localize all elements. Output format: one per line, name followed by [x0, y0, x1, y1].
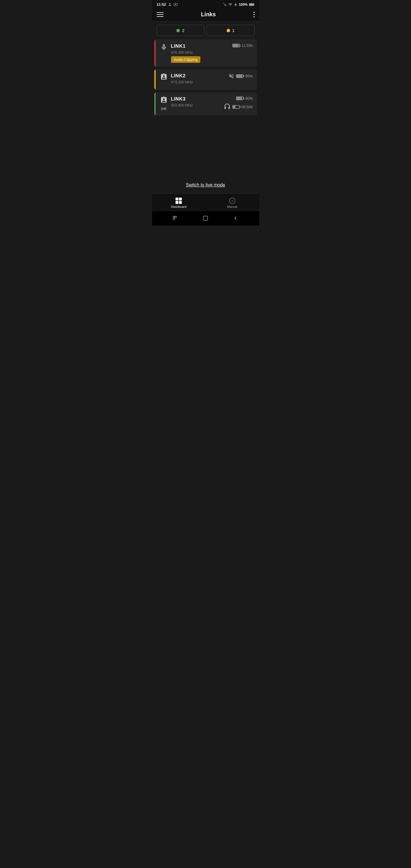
tab-green-count: 2 — [182, 28, 184, 33]
dashboard-label: Dashboard — [171, 205, 186, 209]
menu-button[interactable] — [157, 12, 163, 17]
svg-rect-7 — [173, 216, 175, 218]
clipboard2-icon — [160, 96, 167, 104]
link3-border — [154, 92, 156, 116]
recents-button[interactable] — [171, 214, 180, 222]
time-display: 11:52 — [157, 2, 166, 6]
bottom-navigation: Dashboard Manual — [152, 193, 259, 211]
hamburger-line-2 — [157, 14, 163, 15]
link2-content: LINK2 473.200 MHz — [171, 73, 227, 86]
link3-headphone-row: 05:50h — [224, 103, 253, 110]
airplane-icon — [234, 3, 238, 6]
link3-battery-percent: 90% — [245, 96, 253, 100]
hamburger-line-3 — [157, 16, 163, 17]
bottom-nav-dashboard[interactable]: Dashboard — [152, 196, 206, 210]
hamburger-line-1 — [157, 12, 163, 13]
link3-battery-fill — [236, 97, 242, 100]
link2-right: 95% — [227, 73, 253, 79]
dot-1 — [253, 12, 255, 13]
link1-name: LINK1 — [171, 43, 227, 49]
microphone-icon — [160, 43, 167, 51]
dot-2 — [253, 14, 255, 15]
link1-badge: Audio Clipping — [171, 56, 201, 63]
system-navigation-bar — [152, 211, 259, 225]
tab-yellow-count: 1 — [232, 28, 234, 33]
link1-frequency: 470.200 MHz — [171, 50, 227, 55]
link3-name: LINK3 — [171, 96, 224, 102]
link3-content: LINK3 503.800 MHz — [171, 96, 224, 109]
link2-battery-row: 95% — [229, 73, 253, 79]
top-navigation: Links — [152, 8, 259, 22]
svg-point-2 — [175, 4, 176, 5]
back-button[interactable] — [231, 214, 240, 222]
link3-headphone-battery-text: 05:50h — [242, 105, 253, 109]
tab-green[interactable]: 2 — [157, 25, 204, 36]
link2-icon — [160, 73, 167, 81]
mute-icon — [229, 73, 234, 79]
router-icon — [161, 105, 167, 112]
link3-headphone-battery-icon — [232, 105, 240, 109]
links-list: LINK1 470.200 MHz Audio Clipping 11:55h — [152, 39, 259, 177]
link1-battery-fill — [233, 44, 239, 47]
manual-label: Manual — [227, 205, 238, 209]
green-dot-icon — [177, 29, 180, 32]
link1-battery-text: 11:55h — [242, 43, 253, 48]
svg-rect-5 — [254, 4, 254, 5]
bottom-nav-manual[interactable]: Manual — [205, 196, 259, 210]
live-mode-section: Switch to live mode — [152, 177, 259, 193]
clipboard-icon — [160, 73, 167, 81]
more-options-button[interactable] — [253, 12, 255, 18]
yellow-dot-icon — [227, 29, 230, 32]
home-icon — [203, 215, 208, 221]
link1-battery-icon — [232, 44, 240, 48]
mute-status-icon — [223, 3, 227, 6]
headphone-icon — [224, 103, 231, 110]
link3-icon — [160, 96, 167, 112]
link3-right: 90% 05:50h — [224, 96, 253, 110]
compass-icon — [229, 197, 235, 204]
recents-icon — [173, 215, 179, 221]
link1-icon — [160, 43, 167, 51]
camera-icon — [173, 3, 178, 6]
link2-battery-text: 95% — [245, 74, 253, 78]
status-time: 11:52 — [157, 2, 178, 6]
link1-battery-row: 11:55h — [232, 43, 253, 48]
link2-battery-icon — [236, 74, 244, 78]
svg-rect-8 — [173, 218, 175, 220]
status-bar: 11:52 100% — [152, 0, 259, 8]
link3-main-battery-row: 90% — [236, 96, 253, 100]
link2-name: LINK2 — [171, 73, 227, 79]
back-icon — [232, 215, 238, 221]
wifi-icon — [228, 3, 232, 6]
link3-headphone-battery-fill — [233, 106, 235, 108]
link3-battery-icon — [236, 96, 244, 100]
page-title: Links — [201, 11, 216, 18]
link2-battery-fill — [236, 75, 242, 78]
link1-right: 11:55h — [227, 43, 253, 48]
svg-rect-6 — [249, 3, 253, 5]
battery-status-icon — [249, 3, 255, 6]
link3-frequency: 503.800 MHz — [171, 103, 224, 107]
battery-percentage: 100% — [239, 3, 248, 6]
home-button[interactable] — [201, 214, 210, 222]
link-card-1[interactable]: LINK1 470.200 MHz Audio Clipping 11:55h — [154, 39, 257, 67]
svg-point-0 — [169, 3, 170, 4]
switch-to-live-mode-button[interactable]: Switch to live mode — [186, 182, 225, 187]
dashboard-icon — [176, 197, 182, 204]
link-card-3[interactable]: LINK3 503.800 MHz 90% — [154, 92, 257, 116]
link1-border — [154, 39, 156, 67]
tab-yellow[interactable]: 1 — [207, 25, 255, 36]
filter-tabs: 2 1 — [152, 22, 259, 39]
svg-rect-9 — [175, 216, 177, 218]
link2-border — [154, 69, 156, 90]
status-icons: 100% — [223, 3, 255, 6]
person-icon — [168, 3, 172, 6]
link-card-2[interactable]: LINK2 473.200 MHz 95% — [154, 69, 257, 90]
link2-frequency: 473.200 MHz — [171, 80, 227, 84]
svg-rect-10 — [203, 216, 208, 220]
link1-content: LINK1 470.200 MHz Audio Clipping — [171, 43, 227, 63]
dot-3 — [253, 16, 255, 18]
